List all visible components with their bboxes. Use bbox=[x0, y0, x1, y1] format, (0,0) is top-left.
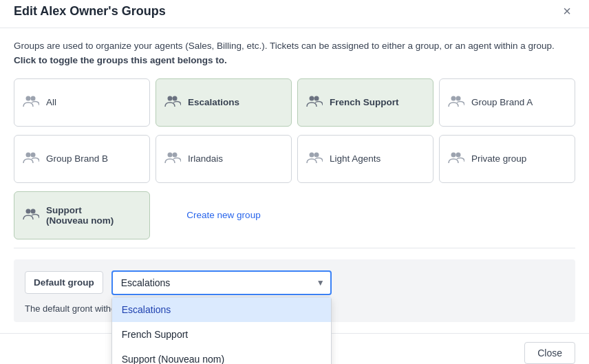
svg-point-10 bbox=[168, 153, 173, 158]
group-tile-all[interactable]: All bbox=[14, 78, 150, 127]
group-tile-group-brand-a[interactable]: Group Brand A bbox=[439, 78, 575, 127]
default-group-select-wrapper: Escalations French Support Support (Nouv… bbox=[111, 270, 332, 295]
dropdown-item-french-support[interactable]: French Support bbox=[112, 322, 331, 347]
dropdown-menu: Escalations French Support Support (Nouv… bbox=[111, 297, 332, 364]
svg-point-16 bbox=[26, 209, 31, 214]
group-tile-support[interactable]: Support(Nouveau nom) bbox=[14, 191, 150, 239]
group-icon bbox=[164, 150, 181, 167]
group-tile-escalations[interactable]: Escalations bbox=[156, 78, 292, 127]
create-link-cell: Create new group bbox=[156, 210, 292, 220]
group-label-private-group: Private group bbox=[471, 153, 526, 164]
svg-point-4 bbox=[310, 96, 314, 101]
group-label-escalations: Escalations bbox=[188, 97, 239, 107]
svg-point-7 bbox=[456, 96, 461, 101]
svg-point-5 bbox=[314, 96, 319, 101]
description-bold: Click to toggle the groups this agent be… bbox=[14, 55, 227, 65]
group-label-irlandais: Irlandais bbox=[188, 153, 223, 164]
modal-title: Edit Alex Owner's Groups bbox=[14, 4, 166, 19]
group-icon bbox=[306, 94, 323, 111]
default-group-select[interactable]: Escalations French Support Support (Nouv… bbox=[111, 270, 332, 295]
svg-point-9 bbox=[31, 153, 36, 158]
dropdown-item-escalations[interactable]: Escalations bbox=[112, 297, 331, 322]
group-icon bbox=[164, 94, 181, 111]
close-button[interactable]: Close bbox=[524, 342, 575, 364]
modal-close-button[interactable]: × bbox=[559, 3, 575, 19]
svg-point-6 bbox=[451, 96, 456, 101]
group-icon bbox=[448, 94, 464, 111]
svg-point-17 bbox=[31, 209, 36, 214]
svg-point-14 bbox=[451, 153, 456, 158]
group-tile-irlandais[interactable]: Irlandais bbox=[156, 135, 292, 183]
group-tile-light-agents[interactable]: Light Agents bbox=[297, 135, 433, 183]
dropdown-item-support-nouveau[interactable]: Support (Nouveau nom) bbox=[112, 347, 331, 364]
groups-grid-last-row: Support(Nouveau nom) Create new group bbox=[14, 191, 575, 239]
group-icon bbox=[306, 150, 323, 167]
separator bbox=[14, 248, 575, 248]
group-tile-french-support[interactable]: French Support bbox=[297, 78, 433, 127]
modal-overlay[interactable]: Edit Alex Owner's Groups × Groups are us… bbox=[0, 0, 589, 364]
default-group-section: Default group Escalations French Support… bbox=[14, 259, 575, 322]
modal-header: Edit Alex Owner's Groups × bbox=[0, 0, 589, 28]
group-tile-group-brand-b[interactable]: Group Brand B bbox=[14, 135, 150, 183]
group-tile-private-group[interactable]: Private group bbox=[439, 135, 575, 183]
default-group-row: Default group Escalations French Support… bbox=[25, 270, 564, 295]
group-label-group-brand-b: Group Brand B bbox=[46, 153, 108, 164]
svg-point-8 bbox=[26, 153, 31, 158]
group-label-all: All bbox=[46, 97, 56, 107]
svg-point-2 bbox=[168, 96, 173, 101]
svg-point-13 bbox=[314, 153, 319, 158]
description-text: Groups are used to organize your agents … bbox=[14, 41, 555, 51]
modal-body: Groups are used to organize your agents … bbox=[0, 28, 589, 333]
create-new-group-link[interactable]: Create new group bbox=[186, 210, 260, 220]
group-icon bbox=[448, 150, 464, 167]
group-icon bbox=[23, 150, 39, 167]
svg-point-0 bbox=[26, 96, 31, 101]
svg-point-11 bbox=[173, 153, 178, 158]
svg-point-15 bbox=[456, 153, 461, 158]
group-label-french-support: French Support bbox=[330, 97, 399, 107]
default-group-label: Default group bbox=[25, 271, 103, 294]
svg-point-12 bbox=[310, 153, 314, 158]
svg-point-3 bbox=[173, 96, 178, 101]
groups-grid-row2: Group Brand B Irlandais bbox=[14, 135, 575, 183]
group-icon bbox=[23, 94, 39, 111]
edit-groups-modal: Edit Alex Owner's Groups × Groups are us… bbox=[0, 0, 589, 364]
hint-prefix: The default gro bbox=[25, 303, 85, 314]
group-label-light-agents: Light Agents bbox=[330, 153, 381, 164]
group-icon bbox=[23, 206, 39, 224]
description: Groups are used to organize your agents … bbox=[14, 39, 575, 67]
group-label-group-brand-a: Group Brand A bbox=[471, 97, 533, 107]
svg-point-1 bbox=[31, 96, 36, 101]
groups-grid-row1: All Escalations bbox=[14, 78, 575, 127]
group-label-support: Support(Nouveau nom) bbox=[46, 205, 114, 226]
